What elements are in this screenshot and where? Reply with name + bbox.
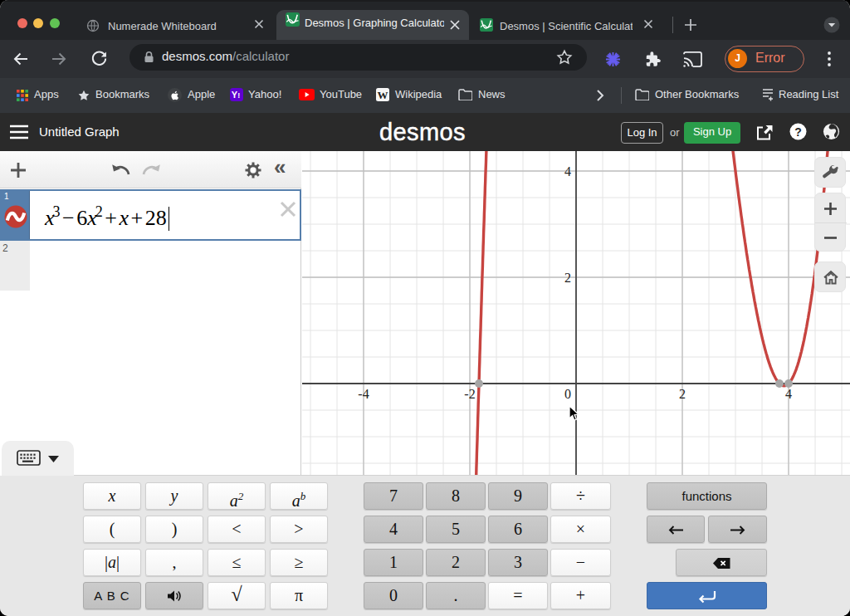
svg-text:Y!: Y!: [232, 90, 240, 100]
svg-text:?: ?: [794, 125, 802, 139]
svg-text:0: 0: [564, 387, 571, 401]
svg-text:-2: -2: [464, 387, 475, 401]
svg-text:2: 2: [679, 387, 686, 401]
svg-text:4: 4: [785, 387, 792, 401]
svg-text:W: W: [378, 89, 388, 101]
svg-text:2: 2: [564, 271, 571, 285]
svg-text:-4: -4: [358, 387, 369, 401]
svg-text:4: 4: [564, 164, 571, 178]
